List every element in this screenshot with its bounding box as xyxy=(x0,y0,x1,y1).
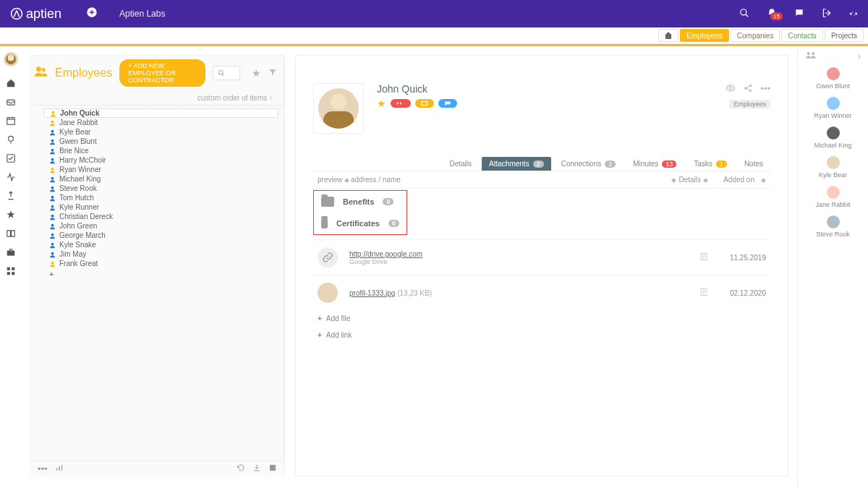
tab-minutes[interactable]: Minutes13 xyxy=(626,157,684,171)
chat-icon[interactable] xyxy=(794,8,804,20)
notifications-icon[interactable]: 15 xyxy=(767,8,777,20)
add-row[interactable]: + xyxy=(30,268,284,280)
sort-icon[interactable]: ◆ xyxy=(761,176,766,184)
chart-icon[interactable] xyxy=(55,463,64,474)
rail-calendar-icon[interactable] xyxy=(6,116,16,126)
employee-item[interactable]: Brie Nice xyxy=(30,146,284,155)
tab-notes[interactable]: Notes xyxy=(737,157,770,171)
employee-name: Brie Nice xyxy=(59,147,89,155)
employee-item[interactable]: Steve Rook xyxy=(30,184,284,193)
nav-employees[interactable]: Employees xyxy=(680,29,728,42)
related-person[interactable]: Jane Rabbit xyxy=(798,186,868,208)
col-preview[interactable]: preview xyxy=(318,176,342,184)
attachment-row[interactable]: profil-1333.jpg (13,23 KB)02.12.2020 xyxy=(313,275,770,310)
rail-star-icon[interactable] xyxy=(6,210,16,220)
visibility-icon[interactable] xyxy=(726,83,736,95)
avatar-icon xyxy=(827,156,840,169)
person-name: Gwen Blunt xyxy=(816,82,850,90)
related-person[interactable]: Gwen Blunt xyxy=(798,67,868,90)
rail-apps-icon[interactable] xyxy=(6,266,16,276)
nav-contacts[interactable]: Contacts xyxy=(781,29,822,42)
employee-item[interactable]: John Green xyxy=(30,221,284,231)
sort-icon[interactable]: ◆ xyxy=(703,176,708,184)
attachment-row[interactable]: http://drive.google.comGoogle Drive11.25… xyxy=(313,239,770,275)
collapse-icon[interactable] xyxy=(849,8,858,20)
add-icon[interactable] xyxy=(86,7,98,21)
download-icon[interactable] xyxy=(252,463,261,474)
employee-item[interactable]: George March xyxy=(30,231,284,240)
folder-name: Certificates xyxy=(336,219,380,228)
rail-book-icon[interactable] xyxy=(6,228,16,239)
rail-home-icon[interactable] xyxy=(6,78,16,88)
attachment-detail-icon[interactable] xyxy=(676,252,708,263)
profile-avatar[interactable] xyxy=(313,83,364,134)
employee-item[interactable]: Michael King xyxy=(30,174,284,184)
export-icon[interactable] xyxy=(268,463,277,474)
add-file-button[interactable]: +Add file xyxy=(313,310,770,327)
col-details[interactable]: Details xyxy=(678,176,701,184)
logo[interactable]: aptien xyxy=(10,7,61,22)
attachment-name[interactable]: profil-1333.jpg xyxy=(349,289,395,297)
left-icon-rail xyxy=(0,46,22,488)
svg-point-26 xyxy=(51,214,54,217)
employee-item[interactable]: Christian Dereck xyxy=(30,212,284,221)
chip-yellow[interactable] xyxy=(415,99,434,108)
tab-tasks[interactable]: Tasks1 xyxy=(686,157,734,171)
chip-blue[interactable] xyxy=(438,99,457,108)
star-filter-icon[interactable]: ★ xyxy=(252,67,261,79)
employee-item[interactable]: Kyle Snake xyxy=(30,240,284,249)
search-icon[interactable] xyxy=(739,8,749,20)
tab-connections[interactable]: Connections2 xyxy=(554,157,624,171)
rail-inbox-icon[interactable] xyxy=(6,97,16,107)
attachment-detail-icon[interactable] xyxy=(676,288,708,299)
related-person[interactable]: Steve Rook xyxy=(798,215,868,238)
add-employee-button[interactable]: + ADD NEW EMPLOYEE OR CONTRACTOR xyxy=(119,59,205,87)
employee-item[interactable]: Jim May xyxy=(30,249,284,259)
employee-item[interactable]: Harry McChoir xyxy=(30,155,284,165)
share-icon[interactable] xyxy=(743,83,753,95)
employee-item[interactable]: Jane Rabbit xyxy=(30,118,284,127)
employee-item[interactable]: Kyle Runner xyxy=(30,202,284,212)
user-avatar[interactable] xyxy=(4,52,18,67)
folder-item[interactable]: Certificates0 xyxy=(321,218,399,228)
folder-item[interactable]: Benefits0 xyxy=(321,197,399,207)
add-link-button[interactable]: +Add link xyxy=(313,327,770,343)
sort-icon[interactable]: ◆ xyxy=(671,176,676,184)
attachment-name[interactable]: http://drive.google.com xyxy=(349,250,422,258)
rail-pin-icon[interactable] xyxy=(6,191,16,201)
rail-bulb-icon[interactable] xyxy=(6,134,16,145)
related-person[interactable]: Kyle Bear xyxy=(798,156,868,179)
favorite-star-icon[interactable]: ★ xyxy=(377,98,386,109)
col-address[interactable]: address / name xyxy=(351,176,401,184)
employee-item[interactable]: Kyle Bear xyxy=(30,127,284,137)
employee-item[interactable]: John Quick xyxy=(43,108,278,118)
svg-rect-8 xyxy=(7,267,10,270)
filter-icon[interactable] xyxy=(268,67,277,79)
rail-briefcase-icon[interactable] xyxy=(6,247,16,257)
refresh-icon[interactable] xyxy=(237,463,245,474)
tab-details[interactable]: Details xyxy=(442,157,479,171)
chevron-right-icon[interactable]: › xyxy=(858,51,861,61)
sort-icon[interactable]: ◆ xyxy=(344,176,349,184)
sort-label[interactable]: custom order of items xyxy=(197,94,267,102)
employee-item[interactable]: Tom Hutch xyxy=(30,193,284,202)
more-options-icon[interactable]: ••• xyxy=(760,83,770,95)
employee-item[interactable]: Gwen Blunt xyxy=(30,137,284,146)
nav-home[interactable] xyxy=(658,29,678,42)
nav-companies[interactable]: Companies xyxy=(731,29,780,42)
more-icon[interactable]: ••• xyxy=(38,463,48,474)
people-icon[interactable] xyxy=(805,51,817,61)
sort-arrow-icon[interactable]: ↑ xyxy=(269,94,273,102)
related-person[interactable]: Michael King xyxy=(798,127,868,149)
nav-projects[interactable]: Projects xyxy=(825,29,864,42)
tab-attachments[interactable]: Attachments2 xyxy=(482,157,551,171)
login-icon[interactable] xyxy=(822,8,832,20)
chip-red[interactable] xyxy=(391,99,411,108)
search-input[interactable] xyxy=(213,66,240,80)
employee-item[interactable]: Frank Great xyxy=(30,259,284,268)
related-person[interactable]: Ryan Winner xyxy=(798,97,868,119)
rail-check-icon[interactable] xyxy=(6,153,16,163)
rail-pulse-icon[interactable] xyxy=(6,172,16,182)
col-added[interactable]: Added on xyxy=(723,176,754,184)
employee-item[interactable]: Ryan Winner xyxy=(30,165,284,174)
